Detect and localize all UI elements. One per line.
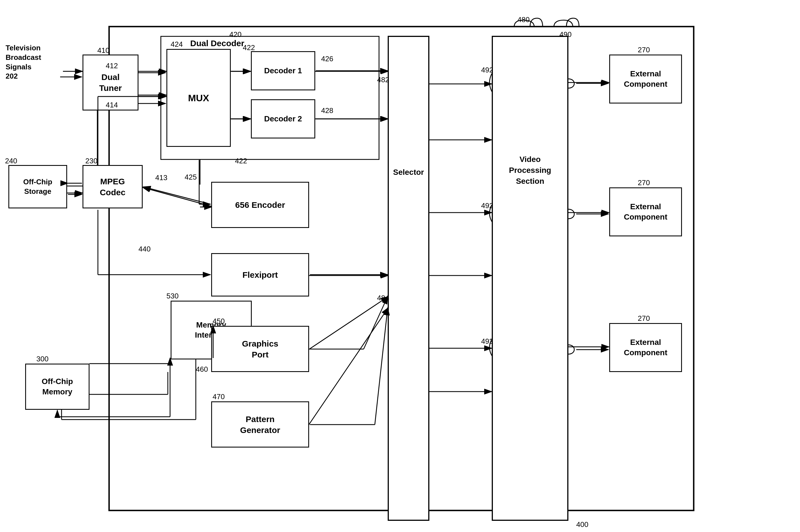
svg-line-20 <box>308 308 388 425</box>
ref-412: 412 <box>106 61 118 70</box>
memory-interface-ref: 530 <box>167 292 178 300</box>
ref-490: 490 <box>559 30 571 39</box>
ref-492-3: 492 <box>481 337 493 346</box>
svg-line-19 <box>308 297 388 349</box>
video-processing-label: VideoProcessingSection <box>492 154 568 187</box>
mux-box: MUX <box>167 49 231 147</box>
ext3-ref: 270 <box>638 314 650 323</box>
off-chip-storage-ref: 240 <box>5 157 17 165</box>
svg-line-13 <box>142 187 212 206</box>
graphics-port-ref: 450 <box>213 317 225 326</box>
external-component-3-box: ExternalComponent <box>609 323 682 372</box>
ext2-ref: 270 <box>638 178 650 187</box>
ref-426: 426 <box>321 55 333 63</box>
svg-rect-21 <box>388 36 429 520</box>
ref-492-1: 492 <box>481 66 493 74</box>
svg-line-58 <box>364 297 388 349</box>
mpeg-codec-box: MPEGCodec <box>82 165 142 208</box>
svg-line-48 <box>143 187 210 204</box>
off-chip-storage-box: Off-ChipStorage <box>8 165 67 208</box>
ref-400: 400 <box>576 520 588 529</box>
mux-ref: 424 <box>171 40 183 49</box>
flexiport-box: Flexiport <box>211 253 309 297</box>
ref-484: 484 <box>377 294 389 302</box>
ref-440: 440 <box>138 245 151 253</box>
dual-decoder-label: Dual Decoder <box>190 39 244 48</box>
ref-482: 482 <box>377 76 389 84</box>
decoder2-box: Decoder 2 <box>251 99 315 138</box>
ext1-ref: 270 <box>638 45 650 54</box>
graphics-port-box: GraphicsPort <box>211 326 309 372</box>
external-component-2-box: ExternalComponent <box>609 187 682 236</box>
decoder1-ref: 422 <box>243 43 255 52</box>
off-chip-memory-box: Off-ChipMemory <box>25 364 90 410</box>
svg-rect-22 <box>492 36 568 520</box>
ref-492-2: 492 <box>481 202 493 210</box>
tv-broadcast-label: TelevisionBroadcastSignals202 <box>5 43 41 81</box>
ref-414: 414 <box>106 101 118 109</box>
mpeg-codec-ref: 230 <box>85 157 97 165</box>
encoder-656-ref: 425 <box>185 173 197 182</box>
ref-480: 480 <box>517 15 530 24</box>
diagram: TelevisionBroadcastSignals202 Off-ChipSt… <box>0 0 800 532</box>
pattern-generator-ref: 470 <box>213 393 225 401</box>
ref-413: 413 <box>155 173 167 182</box>
decoder1-box: Decoder 1 <box>251 51 315 90</box>
ref-422b: 422 <box>235 157 247 165</box>
pattern-generator-box: PatternGenerator <box>211 401 309 448</box>
encoder-656-box: 656 Encoder <box>211 182 309 228</box>
ref-460: 460 <box>196 365 208 374</box>
dual-tuner-ref: 410 <box>97 46 109 55</box>
selector-label: Selector <box>388 168 429 177</box>
external-component-1-box: ExternalComponent <box>609 55 682 103</box>
ref-428: 428 <box>321 106 333 115</box>
svg-line-60 <box>375 308 388 424</box>
off-chip-memory-ref: 300 <box>36 355 49 363</box>
dual-decoder-ref: 420 <box>229 30 242 39</box>
